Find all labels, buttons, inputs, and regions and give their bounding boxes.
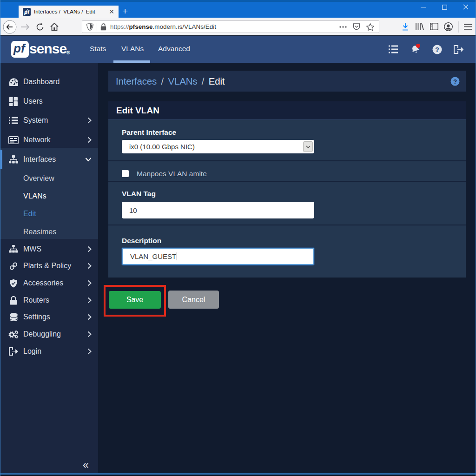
svg-text:?: ? (453, 78, 457, 85)
svg-text:?: ? (435, 46, 439, 53)
svg-text:pf: pf (24, 9, 30, 15)
